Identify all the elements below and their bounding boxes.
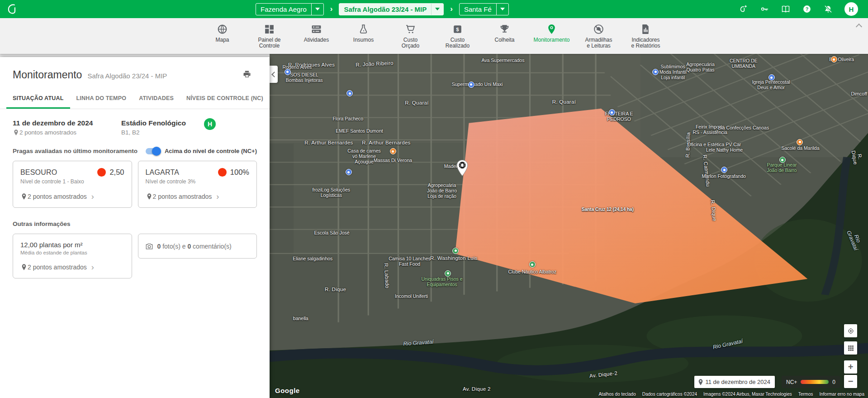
stand-title: 12,00 plantas por m²: [20, 241, 124, 249]
sampled-points-link[interactable]: 2 pontos amostrados ›: [20, 193, 124, 200]
map-poi-marker[interactable]: [445, 270, 451, 277]
nc-legend-label: NC+: [786, 379, 797, 385]
map-poi-marker[interactable]: [346, 90, 353, 96]
map-attribution: Atalhos do teclado Dados cartográficos ©…: [598, 392, 864, 397]
user-avatar[interactable]: H: [844, 2, 858, 16]
nav-item-monitoramento[interactable]: Monitoramento: [534, 24, 569, 43]
panel-header: Monitoramento Safra Algodão 23/24 - MIP: [0, 57, 270, 81]
my-location-button[interactable]: [844, 324, 857, 337]
cart-icon: [405, 24, 416, 35]
monitoring-pin-icon: [546, 24, 557, 35]
map-poi-marker[interactable]: [285, 69, 291, 75]
season-selector-caret[interactable]: [431, 4, 443, 15]
tab-linha-do-tempo[interactable]: LINHA DO TEMPO: [70, 89, 133, 109]
map-poi-marker[interactable]: [831, 56, 837, 62]
collapse-toolbar-button[interactable]: [854, 21, 863, 30]
aegro-plus-icon[interactable]: [738, 4, 748, 14]
nav-item-painel-de-controle[interactable]: Painel de Controle: [252, 24, 287, 49]
map-poi-marker[interactable]: [797, 139, 803, 145]
topbar-actions: ? H: [738, 2, 858, 16]
nav-item-indicadores[interactable]: Indicadores e Relatórios: [628, 24, 664, 49]
nav-item-colheita[interactable]: Colheita: [487, 24, 522, 43]
monitoring-summary: 11 de dezembro de 2024 2 pontos amostrad…: [13, 119, 257, 136]
sampled-points-link[interactable]: 2 pontos amostrados ›: [20, 264, 124, 271]
nav-item-custo-realizado[interactable]: $ Custo Realizado: [440, 24, 475, 49]
farm-selector-caret[interactable]: [311, 4, 323, 15]
map-poi-marker[interactable]: [721, 167, 727, 173]
chevron-down-icon: [500, 8, 505, 10]
tab-situacao-atual[interactable]: SITUAÇÃO ATUAL: [6, 89, 70, 109]
context-selectors: Fazenda Aegro › Safra Algodão 23/24 - MI…: [256, 3, 509, 15]
nav-item-atividades[interactable]: Atividades: [299, 24, 334, 43]
place-pin-icon: [146, 193, 153, 200]
tab-atividades[interactable]: ATIVIDADES: [133, 89, 180, 109]
bug-off-icon: [593, 24, 604, 35]
tab-niveis-de-controle[interactable]: NÍVEIS DE CONTROLE (NC): [180, 89, 270, 109]
pests-heading: Pragas avaliadas no último monitoramento: [13, 148, 138, 154]
map-date-chip[interactable]: 11 de dezembro de 2024: [694, 376, 775, 388]
field-selector-caret[interactable]: [496, 4, 508, 15]
nav-item-armadilhas[interactable]: Armadilhas e Leituras: [581, 24, 617, 49]
breadcrumb-chevron: ›: [450, 5, 453, 14]
svg-text:$: $: [456, 27, 459, 32]
media-summary: 0 foto(s) e 0 comentário(s): [157, 243, 232, 250]
sampled-points-link[interactable]: 2 pontos amostrados ›: [146, 193, 250, 200]
nav-item-custo-orcado[interactable]: Custo Orçado: [393, 24, 428, 49]
pests-header: Pragas avaliadas no último monitoramento…: [13, 148, 257, 154]
chevron-right-icon: ›: [91, 264, 94, 270]
globe-icon: [217, 24, 228, 35]
flask-icon: [358, 24, 369, 35]
book-icon[interactable]: [781, 4, 791, 14]
breadcrumb-chevron: ›: [330, 5, 333, 14]
notifications-off-icon[interactable]: [823, 4, 833, 14]
nc-toggle[interactable]: [146, 148, 161, 154]
map-poi-marker[interactable]: [390, 148, 396, 154]
attribution-terms[interactable]: Termos: [798, 392, 813, 397]
map-poi-marker[interactable]: [468, 82, 474, 88]
map-poi-marker[interactable]: [609, 109, 615, 115]
key-icon[interactable]: [759, 4, 769, 14]
print-button[interactable]: [242, 70, 251, 81]
pest-card-besouro[interactable]: BESOURO 2,50 Nível de controle 1 - Baixo…: [13, 161, 132, 208]
nc-toggle-knob: [152, 147, 161, 156]
chevron-down-icon: [315, 8, 320, 10]
map-poi-marker[interactable]: [779, 157, 786, 163]
season-selector[interactable]: Safra Algodão 23/24 - MIP: [339, 3, 444, 15]
help-icon[interactable]: ?: [802, 4, 812, 14]
chevron-down-icon: [435, 8, 440, 10]
attribution-report-error[interactable]: Informar erro no mapa: [820, 392, 865, 397]
page-title: Monitoramento: [13, 69, 82, 81]
map-poi-marker[interactable]: [346, 169, 352, 175]
module-toolbar: Mapa Painel de Controle Atividades Insum…: [0, 18, 868, 54]
map-poi-marker[interactable]: [452, 248, 459, 254]
nav-item-insumos[interactable]: Insumos: [346, 24, 381, 43]
map-date-text: 11 de dezembro de 2024: [705, 379, 770, 385]
nav-item-mapa[interactable]: Mapa: [205, 24, 240, 43]
sampled-points-label: 2 pontos amostrados: [28, 264, 87, 271]
zoom-out-button[interactable]: −: [844, 375, 857, 388]
media-card[interactable]: 0 foto(s) e 0 comentário(s): [138, 234, 257, 259]
map-poi-marker[interactable]: [529, 261, 536, 268]
main-area: R. Rodrigues AlvesR. João RibeiroR. Quar…: [0, 54, 868, 398]
panel-collapse-handle[interactable]: [270, 66, 278, 83]
map-poi-marker[interactable]: [768, 74, 775, 81]
google-logo: Google: [275, 387, 300, 394]
place-pin-icon: [20, 264, 28, 271]
plant-stand-card[interactable]: 12,00 plantas por m² Média do estande de…: [13, 234, 132, 278]
date-block: 11 de dezembro de 2024 2 pontos amostrad…: [13, 119, 105, 136]
zoom-in-button[interactable]: +: [844, 360, 857, 374]
aegro-logo-icon[interactable]: [6, 3, 18, 17]
map-poi-marker[interactable]: [652, 69, 659, 75]
attribution-keyboard[interactable]: Atalhos do teclado: [598, 392, 636, 397]
farm-selector[interactable]: Fazenda Aegro: [256, 3, 324, 15]
place-pin-icon: [20, 193, 28, 200]
map-tiles-button[interactable]: [844, 341, 857, 355]
monitoring-cluster-pin[interactable]: [455, 159, 469, 178]
stand-subtitle: Média do estande de plantas: [20, 250, 124, 255]
pest-card-lagarta[interactable]: LAGARTA 100% Nível de controle 3% 2 pont…: [138, 161, 257, 208]
status-dot: [97, 168, 106, 177]
map-canvas[interactable]: R. Rodrigues AlvesR. João RibeiroR. Quar…: [270, 54, 868, 398]
field-selector[interactable]: Santa Fé: [459, 3, 509, 15]
attribution-cartography: Dados cartográficos ©2024: [642, 392, 697, 397]
camera-icon: [145, 242, 154, 251]
